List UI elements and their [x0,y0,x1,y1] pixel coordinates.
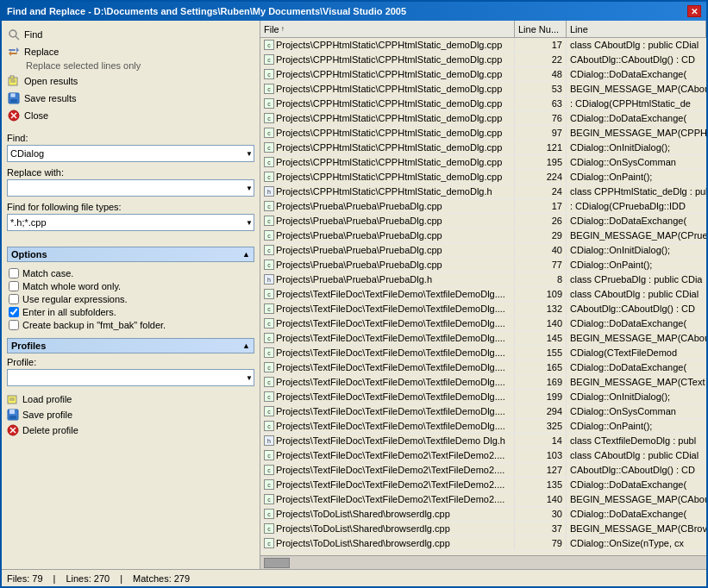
table-row[interactable]: c Projects\CPPHtmlStatic\CPPHtmlStatic_d… [260,126,706,141]
table-row[interactable]: c Projects\CPPHtmlStatic\CPPHtmlStatic_d… [260,38,706,53]
td-linenu: 77 [515,258,567,272]
table-row[interactable]: c Projects\TextFileDoc\TextFileDemo\Text… [260,375,706,390]
file-type-icon: c [264,318,274,328]
table-row[interactable]: c Projects\Prueba\Prueba\PruebaDlg.cpp 2… [260,228,706,243]
table-row[interactable]: c Projects\TextFileDoc\TextFileDemo2\Tex… [260,448,706,463]
col-file[interactable]: File ↑ [260,21,515,37]
table-row[interactable]: h Projects\Prueba\Prueba\PruebaDlg.h 8 c… [260,272,706,287]
enter-subfolders-checkbox[interactable] [9,307,19,317]
table-row[interactable]: c Projects\ToDoList\Shared\browserdlg.cp… [260,507,706,522]
td-file: c Projects\CPPHtmlStatic\CPPHtmlStatic_d… [260,97,515,110]
table-row[interactable]: c Projects\TextFileDoc\TextFileDemo\Text… [260,390,706,404]
table-row[interactable]: c Projects\CPPHtmlStatic\CPPHtmlStatic_d… [260,141,706,155]
table-row[interactable]: c Projects\ToDoList\Shared\browserdlg.cp… [260,522,706,536]
file-path: Projects\CPPHtmlStatic\CPPHtmlStatic_dem… [276,142,502,153]
table-row[interactable]: c Projects\CPPHtmlStatic\CPPHtmlStatic_d… [260,111,706,126]
table-row[interactable]: c Projects\CPPHtmlStatic\CPPHtmlStatic_d… [260,170,706,185]
col-file-label: File [264,24,279,34]
file-path: Projects\ToDoList\Shared\browserdlg.cpp [276,509,450,519]
match-whole-word-checkbox[interactable] [9,281,19,291]
table-row[interactable]: c Projects\TextFileDoc\TextFileDemo\Text… [260,316,706,331]
create-backup-checkbox[interactable] [9,320,19,330]
table-row[interactable]: c Projects\TextFileDoc\TextFileDemo\Text… [260,419,706,434]
close-window-button[interactable]: ✕ [687,5,701,17]
file-path: Projects\CPPHtmlStatic\CPPHtmlStatic_dem… [276,69,502,79]
table-row[interactable]: c Projects\Prueba\Prueba\PruebaDlg.cpp 1… [260,199,706,214]
file-path: Projects\Prueba\Prueba\PruebaDlg.cpp [276,230,442,241]
table-row[interactable]: c Projects\TextFileDoc\TextFileDemo2\Tex… [260,492,706,507]
status-files: Files: 79 [7,573,43,584]
file-type-icon: c [264,201,274,211]
use-regex-checkbox[interactable] [9,294,19,304]
file-type-icon: c [264,230,274,241]
close-action[interactable]: Close [7,107,254,124]
svg-line-1 [16,36,19,40]
table-row[interactable]: h Projects\CPPHtmlStatic\CPPHtmlStatic_d… [260,185,706,199]
match-case-label: Match case. [22,268,73,278]
table-row[interactable]: c Projects\TextFileDoc\TextFileDemo\Text… [260,302,706,316]
td-file: c Projects\CPPHtmlStatic\CPPHtmlStatic_d… [260,38,515,52]
file-type-icon: c [264,494,274,504]
profile-field-label: Profile: [7,357,254,367]
col-line-label: Line [570,24,588,34]
table-row[interactable]: c Projects\TextFileDoc\TextFileDemo\Text… [260,360,706,375]
save-results-icon [7,91,21,105]
horizontal-scrollbar[interactable] [260,555,706,569]
file-path: Projects\CPPHtmlStatic\CPPHtmlStatic_dem… [276,40,502,50]
replace-icon [7,45,21,59]
td-line: BEGIN_MESSAGE_MAP(CAbout [567,82,706,96]
svg-point-0 [9,30,16,37]
table-row[interactable]: c Projects\CPPHtmlStatic\CPPHtmlStatic_d… [260,97,706,111]
table-row[interactable]: c Projects\CPPHtmlStatic\CPPHtmlStatic_d… [260,82,706,97]
td-file: h Projects\TextFileDoc\TextFileDemo\Text… [260,434,515,447]
find-input[interactable] [7,145,254,162]
file-path: Projects\TextFileDoc\TextFileDemo\Textfi… [276,303,505,314]
table-row[interactable]: c Projects\CPPHtmlStatic\CPPHtmlStatic_d… [260,155,706,170]
save-results-action[interactable]: Save results [7,90,254,107]
table-row[interactable]: c Projects\CPPHtmlStatic\CPPHtmlStatic_d… [260,67,706,82]
table-row[interactable]: c Projects\Prueba\Prueba\PruebaDlg.cpp 4… [260,243,706,258]
td-linenu: 8 [515,272,567,286]
save-results-label: Save results [24,93,77,103]
find-action[interactable]: Find [7,26,254,43]
search-form: Find: ▼ Replace with: ▼ Find for followi… [7,133,254,236]
profiles-section-header[interactable]: Profiles ▲ [7,338,254,353]
td-line: class CTextfileDemoDlg : publ [567,434,706,447]
options-collapse-arrow: ▲ [242,250,250,259]
table-row[interactable]: h Projects\TextFileDoc\TextFileDemo\Text… [260,434,706,448]
options-section-header[interactable]: Options ▲ [7,247,254,262]
table-row[interactable]: c Projects\TextFileDoc\TextFileDemo2\Tex… [260,478,706,492]
td-line: CDialog::DoDataExchange( [567,214,706,228]
table-row[interactable]: c Projects\CPPHtmlStatic\CPPHtmlStatic_d… [260,53,706,67]
file-type-icon: h [264,435,274,446]
file-types-input[interactable] [7,214,254,231]
table-row[interactable]: c Projects\TextFileDoc\TextFileDemo2\Tex… [260,463,706,478]
td-line: BEGIN_MESSAGE_MAP(CText [567,375,706,389]
table-row[interactable]: c Projects\TextFileDoc\TextFileDemo\Text… [260,346,706,360]
file-type-icon: c [264,377,274,387]
replace-input[interactable] [7,179,254,197]
save-profile-action[interactable]: Save profile [7,407,254,422]
td-linenu: 26 [515,214,567,228]
table-row[interactable]: c Projects\Prueba\Prueba\PruebaDlg.cpp 7… [260,258,706,272]
td-linenu: 121 [515,141,567,154]
match-case-checkbox[interactable] [9,268,19,278]
file-type-icon: c [264,333,274,343]
table-row[interactable]: c Projects\Prueba\Prueba\PruebaDlg.cpp 2… [260,214,706,228]
load-profile-action[interactable]: Load profile [7,391,254,407]
delete-profile-action[interactable]: Delete profile [7,422,254,438]
td-linenu: 135 [515,478,567,491]
file-path: Projects\TextFileDoc\TextFileDemo\Textfi… [276,289,505,299]
table-row[interactable]: c Projects\TextFileDoc\TextFileDemo\Text… [260,287,706,302]
table-row[interactable]: c Projects\TextFileDoc\TextFileDemo\Text… [260,404,706,419]
table-row[interactable]: c Projects\ToDoList\Shared\browserdlg.cp… [260,536,706,551]
table-row[interactable]: c Projects\TextFileDoc\TextFileDemo\Text… [260,331,706,346]
col-line[interactable]: Line [567,21,706,37]
replace-action[interactable]: Replace [7,43,254,60]
file-type-icon: h [264,274,274,285]
col-linenu[interactable]: Line Nu... [515,21,567,37]
table-body[interactable]: c Projects\CPPHtmlStatic\CPPHtmlStatic_d… [260,38,706,555]
open-results-action[interactable]: Open results [7,72,254,90]
profile-input[interactable] [7,369,254,386]
td-line: CDialog::DoDataExchange( [567,67,706,81]
